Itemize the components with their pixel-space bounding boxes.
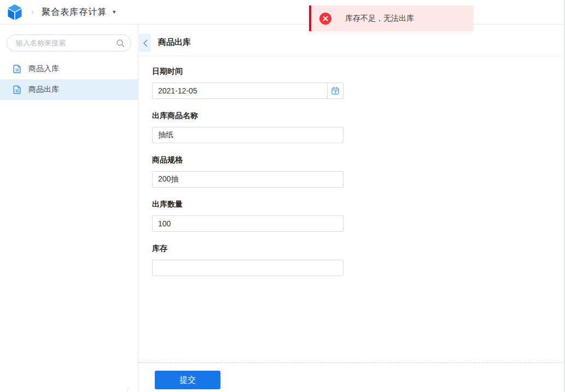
footer-divider bbox=[139, 362, 565, 363]
breadcrumb-separator-icon: › bbox=[31, 7, 34, 17]
submit-button[interactable]: 提交 bbox=[155, 371, 220, 389]
field-outbound-quantity: 出库数量 bbox=[152, 200, 343, 232]
outbound-form: 日期时间 出库商品名称 bbox=[139, 56, 565, 276]
field-product-name: 出库商品名称 bbox=[152, 111, 343, 143]
field-label: 日期时间 bbox=[152, 67, 343, 77]
field-datetime: 日期时间 bbox=[152, 67, 343, 99]
field-label: 库存 bbox=[152, 244, 343, 254]
sidebar-item-label: 商品入库 bbox=[28, 64, 59, 74]
sidebar-item-goods-outbound[interactable]: 商品出库 bbox=[0, 79, 138, 100]
document-icon bbox=[13, 65, 21, 73]
chevron-left-icon bbox=[143, 39, 148, 47]
outbound-quantity-input[interactable] bbox=[152, 215, 343, 232]
product-name-input[interactable] bbox=[152, 127, 343, 143]
datetime-input[interactable] bbox=[153, 83, 327, 98]
document-icon bbox=[13, 85, 21, 94]
sidebar-item-label: 商品出库 bbox=[28, 85, 59, 95]
toast-message: 库存不足，无法出库 bbox=[345, 14, 414, 24]
product-spec-input[interactable] bbox=[152, 171, 343, 188]
field-label: 出库数量 bbox=[152, 200, 343, 209]
search-icon[interactable] bbox=[116, 39, 125, 48]
calendar-icon[interactable] bbox=[327, 83, 343, 98]
back-button[interactable] bbox=[139, 34, 151, 52]
stock-input[interactable] bbox=[152, 260, 343, 276]
field-label: 出库商品名称 bbox=[152, 111, 343, 121]
watermark-dots bbox=[115, 388, 131, 392]
sidebar: 商品入库 商品出库 bbox=[0, 25, 138, 392]
error-circle-x-icon bbox=[319, 13, 331, 25]
caret-down-icon[interactable]: ▼ bbox=[112, 9, 117, 15]
date-input-wrap bbox=[152, 83, 343, 99]
field-label: 商品规格 bbox=[152, 155, 343, 165]
breadcrumb-app-title[interactable]: 聚合表库存计算 bbox=[42, 7, 107, 18]
topbar: › 聚合表库存计算 ▼ bbox=[0, 0, 565, 25]
main-panel: 商品出库 日期时间 bbox=[139, 25, 565, 392]
app-switcher[interactable]: 聚合表库存计算 ▼ bbox=[42, 7, 117, 18]
app-logo-cube-icon[interactable] bbox=[7, 4, 22, 21]
sidebar-item-goods-inbound[interactable]: 商品入库 bbox=[0, 58, 138, 79]
app-window: › 聚合表库存计算 ▼ 库存不足，无法出库 bbox=[0, 0, 565, 392]
sidebar-search-box bbox=[7, 34, 131, 51]
field-product-spec: 商品规格 bbox=[152, 155, 343, 188]
page-title: 商品出库 bbox=[158, 37, 191, 48]
error-toast: 库存不足，无法出库 bbox=[309, 5, 473, 31]
search-input[interactable] bbox=[16, 39, 116, 47]
field-stock: 库存 bbox=[152, 244, 343, 276]
